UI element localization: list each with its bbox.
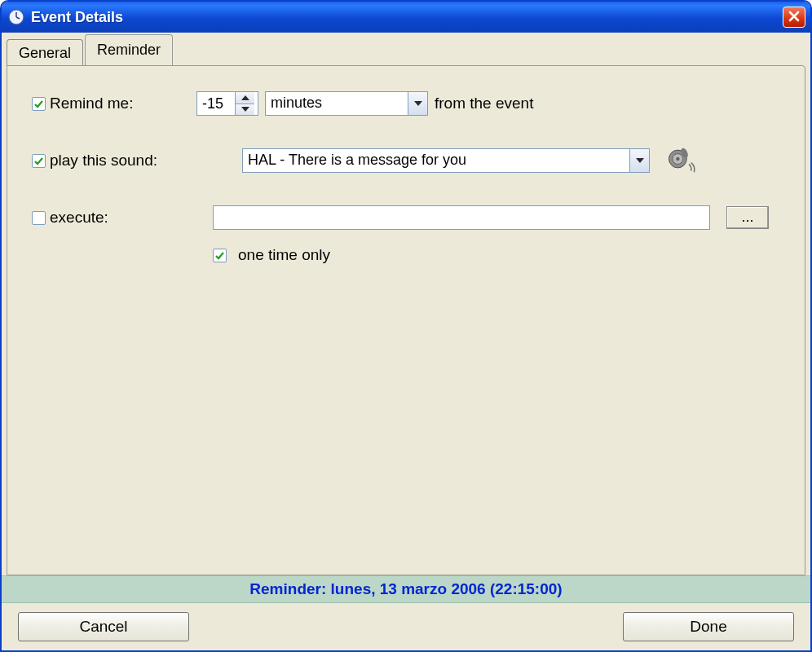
chevron-down-icon (636, 158, 644, 163)
reminder-tab-page: Remind me: minutes from the event (7, 65, 805, 575)
close-button[interactable] (783, 7, 805, 28)
window-title: Event Details (31, 9, 123, 26)
remind-offset-down[interactable] (236, 104, 254, 116)
browse-button[interactable]: ... (726, 206, 769, 229)
speaker-icon (664, 143, 697, 179)
sound-checkbox[interactable] (32, 154, 46, 168)
reminder-status-text: Reminder: lunes, 13 marzo 2006 (22:15:00… (249, 580, 562, 598)
execute-checkbox[interactable] (32, 211, 46, 225)
execute-label: execute: (50, 209, 196, 227)
remind-suffix-label: from the event (435, 95, 533, 112)
tab-general[interactable]: General (7, 39, 83, 67)
remind-offset-input[interactable] (197, 92, 235, 115)
cancel-button[interactable]: Cancel (18, 612, 189, 641)
chevron-down-icon (414, 101, 422, 106)
play-sound-button[interactable] (663, 143, 699, 178)
remind-label: Remind me: (50, 95, 196, 112)
done-button[interactable]: Done (623, 612, 794, 641)
tab-reminder[interactable]: Reminder (85, 34, 173, 65)
chevron-up-icon (241, 95, 249, 100)
remind-unit-value: minutes (266, 92, 408, 115)
execute-row: execute: ... (27, 201, 785, 234)
event-details-window: Event Details General Reminder Remind me (0, 0, 812, 652)
sound-label: play this sound: (50, 152, 157, 169)
remind-checkbox[interactable] (32, 97, 46, 111)
svg-point-5 (676, 156, 679, 160)
tab-strip: General Reminder (2, 33, 810, 65)
onetime-row: one time only (27, 239, 785, 271)
chevron-down-icon (241, 107, 249, 112)
reminder-status-bar: Reminder: lunes, 13 marzo 2006 (22:15:00… (2, 575, 810, 603)
sound-row: play this sound: HAL - There is a messag… (27, 143, 785, 178)
remind-offset-spinner[interactable] (196, 91, 258, 116)
onetime-checkbox[interactable] (213, 249, 227, 262)
sound-value: HAL - There is a message for you (243, 149, 629, 172)
remind-unit-combo[interactable]: minutes (265, 91, 428, 116)
clock-icon (8, 9, 24, 25)
remind-offset-up[interactable] (236, 92, 254, 104)
sound-combo[interactable]: HAL - There is a message for you (242, 148, 650, 173)
remind-unit-dropdown-button[interactable] (408, 92, 427, 115)
remind-row: Remind me: minutes from the event (27, 87, 785, 120)
execute-path-input[interactable] (213, 205, 710, 230)
title-bar: Event Details (2, 2, 810, 33)
sound-dropdown-button[interactable] (629, 149, 649, 172)
onetime-label: one time only (238, 246, 330, 264)
close-icon (788, 9, 800, 26)
dialog-button-row: Cancel Done (2, 603, 810, 650)
